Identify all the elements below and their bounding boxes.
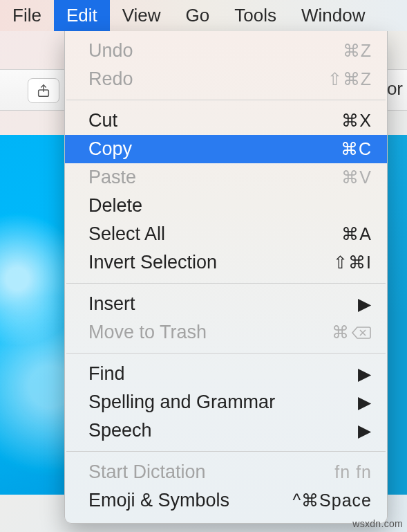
menubar: File Edit View Go Tools Window [0, 0, 407, 31]
submenu-arrow-icon: ▶ [358, 421, 372, 441]
menu-item-label: Undo [88, 40, 133, 62]
menu-item-label: Invert Selection [88, 252, 217, 273]
menu-separator [66, 353, 386, 354]
menubar-item-window[interactable]: Window [289, 0, 377, 31]
menubar-item-go[interactable]: Go [173, 0, 223, 31]
menu-item-label: Speech [88, 420, 152, 441]
menu-separator [66, 283, 386, 284]
menu-item-cut[interactable]: Cut ⌘X [65, 107, 387, 135]
menu-item-shortcut: ⌘V [341, 167, 372, 187]
menu-item-move-to-trash[interactable]: Move to Trash ⌘ [65, 318, 387, 347]
submenu-arrow-icon: ▶ [358, 364, 372, 384]
menubar-item-view[interactable]: View [110, 0, 173, 31]
menu-item-redo[interactable]: Redo ⇧⌘Z [65, 65, 387, 93]
menu-item-find[interactable]: Find ▶ [65, 360, 387, 388]
menu-item-delete[interactable]: Delete [65, 192, 387, 220]
menu-item-label: Paste [88, 167, 136, 188]
menu-item-shortcut: fn fn [334, 462, 372, 482]
menu-item-shortcut: ⌘Z [343, 41, 372, 61]
menu-item-shortcut: ⌘A [341, 224, 372, 244]
submenu-arrow-icon: ▶ [358, 294, 372, 314]
menu-item-start-dictation[interactable]: Start Dictation fn fn [65, 458, 387, 486]
menu-item-shortcut: ^⌘Space [292, 490, 372, 511]
menu-item-label: Find [88, 363, 125, 385]
menu-separator [66, 451, 386, 452]
menu-item-undo[interactable]: Undo ⌘Z [65, 37, 387, 65]
menu-item-spelling-grammar[interactable]: Spelling and Grammar ▶ [65, 388, 387, 416]
background-artwork-right [386, 135, 407, 495]
menu-item-label: Emoji & Symbols [88, 490, 229, 511]
edit-dropdown-menu: Undo ⌘Z Redo ⇧⌘Z Cut ⌘X Copy ⌘C Paste ⌘V… [64, 31, 388, 524]
menu-item-label: Insert [88, 293, 135, 315]
menu-item-emoji-symbols[interactable]: Emoji & Symbols ^⌘Space [65, 486, 387, 515]
menu-item-shortcut: ⇧⌘I [333, 253, 372, 273]
menu-item-shortcut: ⌘X [341, 111, 372, 131]
menu-separator [66, 100, 386, 100]
delete-key-icon [351, 326, 372, 340]
submenu-arrow-icon: ▶ [358, 392, 372, 412]
menu-item-label: Redo [88, 68, 133, 90]
shortcut-text: ⌘ [332, 322, 350, 342]
menu-item-select-all[interactable]: Select All ⌘A [65, 220, 387, 248]
menu-item-label: Spelling and Grammar [88, 392, 275, 413]
menu-item-paste[interactable]: Paste ⌘V [65, 163, 387, 192]
menu-item-invert-selection[interactable]: Invert Selection ⇧⌘I [65, 248, 387, 277]
menu-item-insert[interactable]: Insert ▶ [65, 290, 387, 318]
watermark: wsxdn.com [352, 518, 403, 529]
menu-item-label: Start Dictation [88, 461, 206, 483]
menu-item-shortcut: ⇧⌘Z [328, 69, 372, 89]
menubar-item-edit[interactable]: Edit [54, 0, 110, 31]
menu-item-label: Cut [88, 110, 117, 131]
menu-item-speech[interactable]: Speech ▶ [65, 416, 387, 445]
menu-item-label: Delete [88, 195, 142, 217]
menubar-item-file[interactable]: File [0, 0, 54, 31]
menu-item-shortcut: ⌘ [332, 322, 372, 342]
menu-item-shortcut: ⌘C [341, 139, 372, 159]
menu-item-copy[interactable]: Copy ⌘C [65, 135, 387, 163]
menu-item-label: Select All [88, 223, 165, 245]
menu-item-label: Copy [88, 138, 132, 160]
menubar-item-tools[interactable]: Tools [222, 0, 289, 31]
menu-item-label: Move to Trash [88, 322, 207, 343]
toolbar-share-button[interactable] [28, 78, 59, 103]
